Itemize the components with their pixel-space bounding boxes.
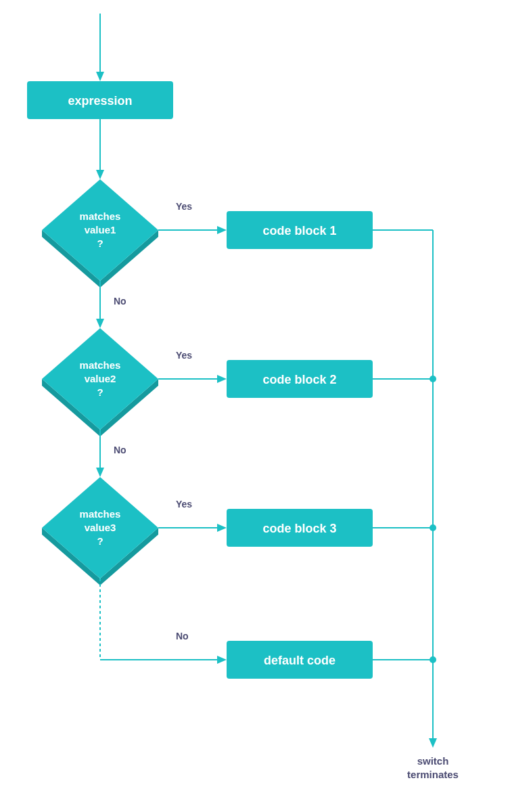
edge-d3-no-default: No — [100, 579, 227, 664]
node-expression: expression — [27, 81, 173, 119]
d3-no-label: No — [176, 631, 189, 641]
d1-text-2: value1 — [85, 224, 116, 235]
svg-point-35 — [430, 524, 436, 531]
block3-label: code block 3 — [262, 522, 336, 535]
default-label: default code — [264, 654, 335, 667]
terminal-line1: switch — [417, 755, 449, 767]
svg-marker-8 — [217, 226, 227, 234]
edge-d1-no: No — [96, 281, 126, 328]
edge-d3-yes: Yes — [158, 499, 227, 532]
terminal-line2: terminates — [407, 769, 459, 780]
node-codeblock-3: code block 3 — [227, 509, 373, 547]
d1-no-label: No — [114, 296, 126, 307]
d3-yes-label: Yes — [176, 499, 192, 510]
edge-d2-no: No — [96, 430, 126, 477]
expression-label: expression — [68, 94, 132, 108]
svg-marker-11 — [96, 319, 104, 328]
svg-marker-26 — [217, 656, 227, 664]
d2-text-2: value2 — [85, 373, 116, 384]
svg-marker-15 — [217, 375, 227, 383]
edge-d2-yes: Yes — [158, 350, 227, 383]
terminal-label: switch terminates — [407, 755, 459, 780]
svg-marker-18 — [96, 468, 104, 477]
edge-d1-yes: Yes — [158, 201, 227, 234]
d2-no-label: No — [114, 445, 126, 455]
d2-text-3: ? — [97, 386, 103, 398]
node-codeblock-2: code block 2 — [227, 360, 373, 398]
edge-expression-to-d1 — [96, 119, 104, 179]
switch-flowchart: expression matches value1 ? Yes code blo… — [0, 0, 510, 812]
svg-marker-22 — [217, 524, 227, 532]
edge-start-to-expression — [96, 14, 104, 81]
svg-marker-1 — [96, 72, 104, 81]
node-decision-3: matches value3 ? — [42, 477, 158, 585]
node-codeblock-1: code block 1 — [227, 211, 373, 249]
d2-yes-label: Yes — [176, 350, 192, 361]
merge-line — [373, 230, 437, 748]
node-default: default code — [227, 641, 373, 679]
block1-label: code block 1 — [262, 224, 336, 238]
d1-text-3: ? — [97, 238, 103, 249]
svg-marker-33 — [429, 738, 437, 748]
d3-text-1: matches — [80, 508, 121, 520]
svg-point-34 — [430, 376, 436, 382]
block2-label: code block 2 — [262, 373, 336, 386]
d3-text-2: value3 — [85, 522, 116, 533]
d3-text-3: ? — [97, 535, 103, 547]
d1-yes-label: Yes — [176, 201, 192, 212]
node-decision-2: matches value2 ? — [42, 328, 158, 436]
svg-marker-4 — [96, 170, 104, 179]
d1-text-1: matches — [80, 210, 121, 222]
node-decision-1: matches value1 ? — [42, 179, 158, 288]
d2-text-1: matches — [80, 359, 121, 371]
svg-point-36 — [430, 656, 436, 663]
